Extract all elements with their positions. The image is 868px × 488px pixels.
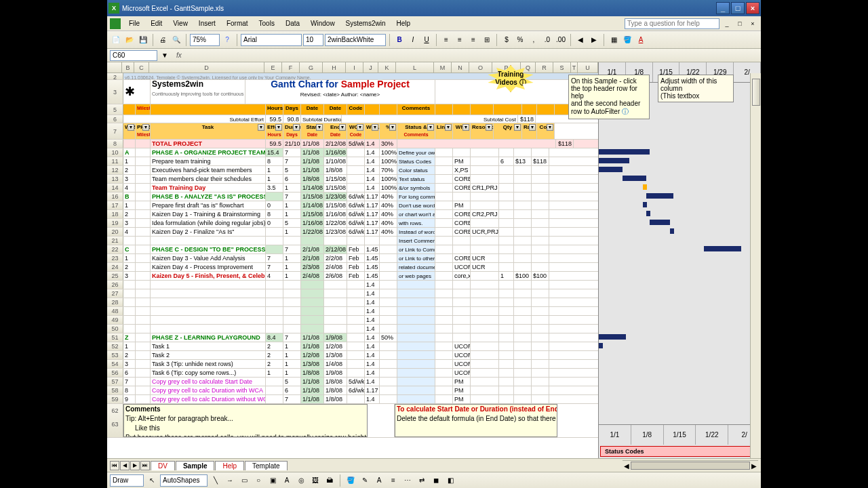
filter-dropdown[interactable]: ▼	[293, 124, 300, 131]
filter-dropdown[interactable]: ▼	[316, 124, 323, 131]
font-select[interactable]: Arial	[241, 34, 302, 46]
line-icon[interactable]: ╲	[210, 474, 222, 487]
font-color-icon-2[interactable]: A	[373, 474, 385, 487]
diagram-icon[interactable]: ◎	[295, 474, 307, 487]
comma-icon[interactable]: ,	[528, 34, 540, 46]
doc-restore-button[interactable]: □	[734, 19, 745, 28]
save-icon[interactable]: 💾	[137, 34, 149, 46]
merge-icon[interactable]: ⊞	[481, 34, 493, 46]
col-L[interactable]: L	[396, 62, 434, 73]
align-left-icon[interactable]: ≡	[440, 34, 452, 46]
col-M[interactable]: M	[434, 62, 452, 73]
filter-dropdown[interactable]: ▼	[142, 124, 149, 131]
help-search-input[interactable]	[625, 18, 719, 29]
table-row[interactable]: 16BPHASE B - ANALYZE "AS IS" PROCESS71/1…	[107, 192, 598, 201]
open-icon[interactable]: 📂	[123, 34, 136, 46]
menu-systems2win[interactable]: Systems2win	[340, 18, 391, 28]
3d-icon[interactable]: ◧	[444, 474, 456, 487]
vertical-scrollbar[interactable]	[750, 73, 761, 458]
menu-view[interactable]: View	[167, 18, 193, 28]
doc-close-button[interactable]: ×	[747, 19, 758, 28]
filter-dropdown[interactable]: ▼	[389, 124, 396, 131]
font-color-icon[interactable]: A	[635, 34, 647, 46]
line-style-icon[interactable]: ≡	[387, 474, 399, 487]
filter-dropdown[interactable]: ▼	[372, 124, 378, 131]
arrow-icon[interactable]: →	[224, 474, 236, 487]
table-row[interactable]: 543Task 3 (Tip: unhide next rows)211/3/0…	[107, 360, 598, 369]
currency-icon[interactable]: $	[500, 34, 513, 46]
fx-icon[interactable]: fx	[176, 52, 182, 59]
table-row[interactable]: 204Kaizen Day 2 - Finalize "As Is"11/22/…	[107, 228, 598, 237]
table-row[interactable]: 577Copy grey cell to calculate Start Dat…	[107, 378, 598, 386]
table-row[interactable]: 501.4	[107, 325, 598, 333]
menu-insert[interactable]: Insert	[193, 18, 221, 28]
col-E[interactable]: E	[264, 62, 282, 73]
preview-icon[interactable]: 🔍	[170, 34, 182, 46]
italic-icon[interactable]: I	[407, 34, 419, 46]
line-color-icon[interactable]: ✎	[359, 474, 371, 487]
minimize-button[interactable]: _	[716, 2, 730, 14]
table-row[interactable]: 171Prepare first draft "as is" flowchart…	[107, 201, 598, 210]
menu-format[interactable]: Format	[221, 18, 254, 28]
menu-data[interactable]: Data	[280, 18, 305, 28]
maximize-button[interactable]: □	[731, 2, 745, 14]
dec-indent-icon[interactable]: ◀	[574, 34, 587, 46]
close-button[interactable]: ×	[746, 2, 760, 14]
tab-last-button[interactable]: ⏭	[140, 461, 150, 470]
table-row[interactable]: 588Copy grey cell to calc Duration with …	[107, 386, 598, 395]
rectangle-icon[interactable]: ▭	[238, 474, 250, 487]
menu-window[interactable]: Window	[305, 18, 340, 28]
table-row[interactable]: 281.4	[107, 298, 598, 307]
table-row[interactable]: 111Prepare team training871/1/081/10/081…	[107, 157, 598, 166]
align-right-icon[interactable]: ≡	[467, 34, 479, 46]
tab-next-button[interactable]: ▶	[130, 461, 140, 470]
col-D[interactable]: D	[149, 62, 264, 73]
help-icon[interactable]: ?	[221, 34, 233, 46]
align-center-icon[interactable]: ≡	[454, 34, 466, 46]
table-row[interactable]: 182Kaizen Day 1 - Training & Brainstormi…	[107, 210, 598, 219]
filter-dropdown[interactable]: ▼	[547, 124, 553, 131]
autoshapes-menu[interactable]: AutoShapes	[160, 474, 208, 487]
menu-tools[interactable]: Tools	[254, 18, 280, 28]
table-row[interactable]: 521Task 1211/1/081/2/081.4UCORE	[107, 342, 598, 351]
table-row[interactable]: 481.4	[107, 307, 598, 316]
table-row[interactable]: 253Kaizen Day 5 - Finish, Present, & Cel…	[107, 272, 598, 281]
horizontal-scrollbar[interactable]: ◀▶	[623, 460, 758, 471]
col-B[interactable]: B	[122, 62, 134, 73]
table-row[interactable]: 21Insert Comment	[107, 237, 598, 245]
inc-decimal-icon[interactable]: .0	[541, 34, 553, 46]
tab-prev-button[interactable]: ◀	[120, 461, 130, 470]
filter-dropdown[interactable]: ▼	[127, 124, 134, 131]
fontsize-select[interactable]: 10	[303, 34, 323, 46]
col-T[interactable]: T	[571, 62, 578, 73]
underline-icon[interactable]: U	[420, 34, 433, 46]
shadow-icon[interactable]: ◼	[430, 474, 442, 487]
table-row[interactable]: 599Copy grey cell to calc Duration witho…	[107, 395, 598, 404]
col-J[interactable]: J	[363, 62, 378, 73]
dec-decimal-icon[interactable]: .00	[555, 34, 567, 46]
filter-dropdown[interactable]: ▼	[445, 124, 452, 131]
col-H[interactable]: H	[323, 62, 346, 73]
inc-indent-icon[interactable]: ▶	[588, 34, 600, 46]
borders-icon[interactable]: ▦	[608, 34, 620, 46]
menu-file[interactable]: File	[123, 18, 145, 28]
draw-menu[interactable]: Draw	[110, 474, 144, 487]
doc-minimize-button[interactable]: _	[722, 19, 732, 28]
filter-dropdown[interactable]: ▼	[275, 124, 282, 131]
fill-color-icon-2[interactable]: 🪣	[344, 474, 357, 487]
menu-help[interactable]: Help	[391, 18, 416, 28]
new-icon[interactable]: 📄	[110, 34, 122, 46]
table-row[interactable]: 193Idea formulation (while doing regular…	[107, 219, 598, 228]
tab-template[interactable]: Template	[245, 461, 288, 470]
zoom-select[interactable]: 75%	[190, 34, 220, 46]
table-row[interactable]: 133Team members clear their schedules161…	[107, 175, 598, 184]
table-row[interactable]: 51ZPHASE Z - LEARNING PLAYGROUND8.471/1/…	[107, 333, 598, 342]
bold-icon[interactable]: B	[393, 34, 406, 46]
fill-color-icon[interactable]: 🪣	[621, 34, 633, 46]
filter-dropdown[interactable]: ▼	[462, 124, 469, 131]
table-row[interactable]: 532Task 2211/2/081/3/081.4UCORE	[107, 351, 598, 360]
filter-dropdown[interactable]: ▼	[339, 124, 346, 131]
col-F[interactable]: F	[282, 62, 300, 73]
col-O[interactable]: O	[469, 62, 492, 73]
col-C[interactable]: C	[134, 62, 149, 73]
